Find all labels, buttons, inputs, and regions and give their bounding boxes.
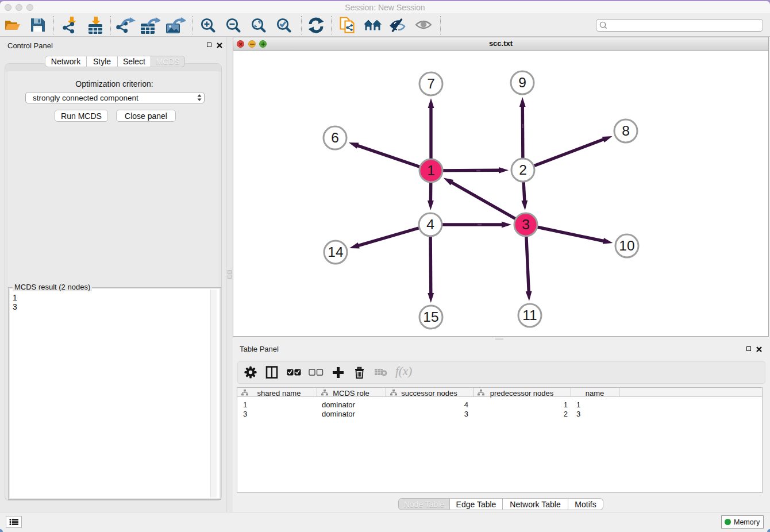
svg-text:9: 9	[518, 75, 526, 90]
svg-text:2: 2	[519, 162, 527, 178]
svg-text:4: 4	[426, 217, 434, 232]
svg-text:15: 15	[423, 309, 438, 325]
svg-text:14: 14	[328, 244, 343, 260]
svg-text:10: 10	[619, 238, 634, 253]
svg-text:6: 6	[331, 130, 339, 145]
svg-text:11: 11	[522, 307, 537, 323]
svg-text:7: 7	[427, 76, 435, 91]
svg-text:1: 1	[427, 163, 435, 178]
svg-text:8: 8	[622, 123, 630, 138]
svg-text:3: 3	[522, 217, 530, 232]
